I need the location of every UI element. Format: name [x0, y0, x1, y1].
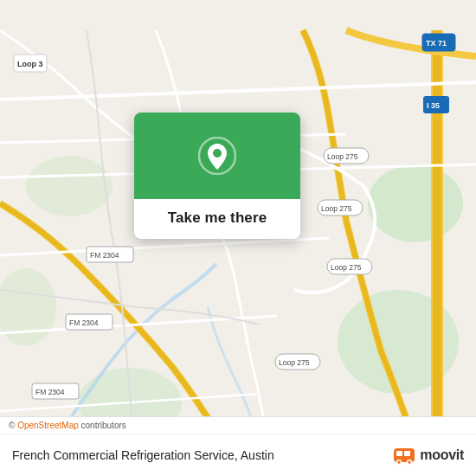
location-pin-icon [198, 137, 236, 175]
map-container: Loop 3 TX 71 I 35 Loop 275 Loop 275 Loop… [0, 0, 476, 476]
location-name: French Commercial Refrigeration Service,… [12, 448, 274, 462]
bottom-bar: © OpenStreetMap contributors French Comm… [0, 416, 476, 476]
location-bar: French Commercial Refrigeration Service,… [0, 434, 476, 476]
svg-text:Loop 275: Loop 275 [279, 358, 310, 367]
svg-text:Loop 275: Loop 275 [321, 204, 352, 213]
svg-rect-40 [404, 451, 410, 456]
svg-text:FM 2304: FM 2304 [90, 251, 119, 260]
popup-bottom[interactable]: Take me there [134, 199, 300, 239]
moovit-brand-text: moovit [420, 447, 464, 463]
svg-text:Loop 275: Loop 275 [327, 152, 358, 161]
svg-text:Loop 3: Loop 3 [17, 60, 43, 68]
svg-point-37 [213, 149, 222, 158]
svg-text:TX 71: TX 71 [426, 39, 447, 48]
svg-point-41 [397, 460, 402, 465]
svg-point-3 [26, 156, 113, 216]
svg-text:Loop 275: Loop 275 [331, 263, 362, 272]
popup-header [134, 113, 300, 199]
svg-rect-39 [396, 451, 402, 456]
copyright-symbol: © [9, 421, 17, 430]
svg-text:I 35: I 35 [427, 101, 440, 110]
svg-point-1 [368, 164, 463, 242]
svg-text:FM 2304: FM 2304 [69, 318, 99, 327]
svg-rect-7 [433, 30, 441, 446]
moovit-logo: moovit [392, 443, 464, 467]
svg-text:FM 2304: FM 2304 [35, 388, 65, 396]
copyright-bar: © OpenStreetMap contributors [0, 417, 476, 434]
contributors-text: contributors [79, 421, 126, 430]
moovit-icon [392, 443, 416, 467]
osm-link[interactable]: OpenStreetMap [17, 421, 79, 430]
take-me-there-button[interactable]: Take me there [168, 209, 267, 226]
svg-point-42 [408, 460, 412, 465]
location-popup[interactable]: Take me there [134, 113, 300, 239]
